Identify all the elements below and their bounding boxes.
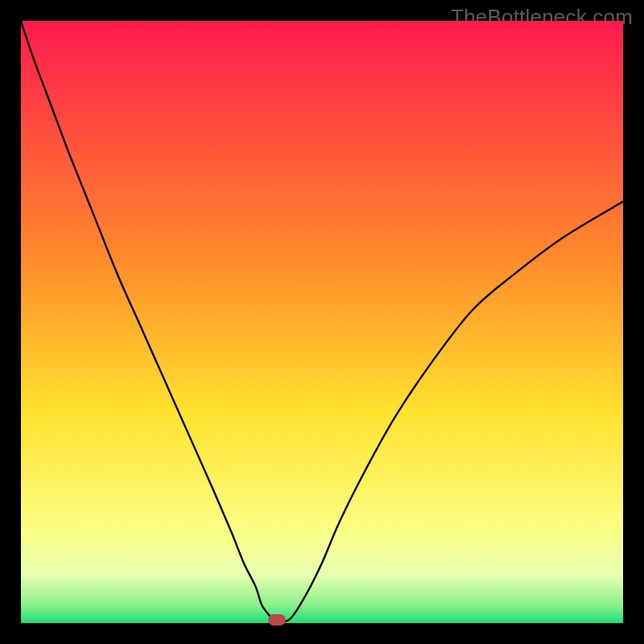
highlight-marker — [268, 614, 286, 625]
chart-frame: TheBottleneck.com — [0, 0, 644, 644]
bottleneck-curve — [21, 21, 623, 623]
plot-area — [21, 21, 623, 623]
